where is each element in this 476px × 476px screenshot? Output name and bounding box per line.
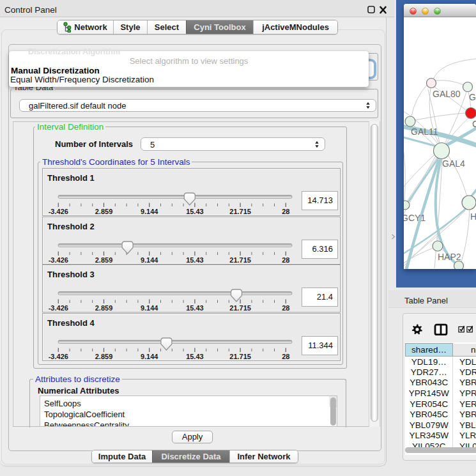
svg-text:2.859: 2.859 (95, 208, 113, 215)
svg-text:G.: G. (469, 92, 476, 102)
svg-text:-3.426: -3.426 (49, 353, 68, 360)
svg-text:28: 28 (282, 304, 289, 312)
svg-text:28: 28 (282, 208, 289, 215)
svg-text:-3.426: -3.426 (49, 256, 68, 263)
svg-text:GAL4: GAL4 (442, 158, 465, 169)
svg-text:GAL11: GAL11 (411, 127, 438, 137)
svg-text:C: C (472, 119, 476, 129)
svg-text:2.859: 2.859 (95, 304, 113, 312)
svg-text:21.715: 21.715 (229, 353, 251, 360)
svg-text:15.43: 15.43 (186, 208, 204, 215)
svg-text:GCY1: GCY1 (404, 213, 426, 223)
svg-text:GAL80: GAL80 (433, 89, 461, 99)
svg-text:15.43: 15.43 (186, 256, 204, 263)
svg-text:HAP2: HAP2 (438, 252, 461, 262)
svg-text:-3.426: -3.426 (49, 304, 68, 312)
svg-text:9.144: 9.144 (141, 208, 158, 215)
svg-text:15.43: 15.43 (186, 353, 204, 360)
svg-text:15.43: 15.43 (186, 304, 204, 312)
svg-text:28: 28 (282, 256, 289, 263)
svg-text:2.859: 2.859 (95, 256, 113, 263)
svg-text:2.859: 2.859 (95, 353, 113, 360)
svg-text:H: H (470, 211, 476, 222)
svg-text:-3.426: -3.426 (49, 208, 68, 215)
svg-text:21.715: 21.715 (229, 208, 251, 215)
svg-text:21.715: 21.715 (229, 304, 251, 312)
svg-text:9.144: 9.144 (141, 353, 158, 360)
svg-text:9.144: 9.144 (141, 256, 158, 263)
svg-text:28: 28 (282, 353, 289, 360)
svg-text:9.144: 9.144 (141, 304, 158, 312)
svg-text:21.715: 21.715 (229, 256, 251, 263)
